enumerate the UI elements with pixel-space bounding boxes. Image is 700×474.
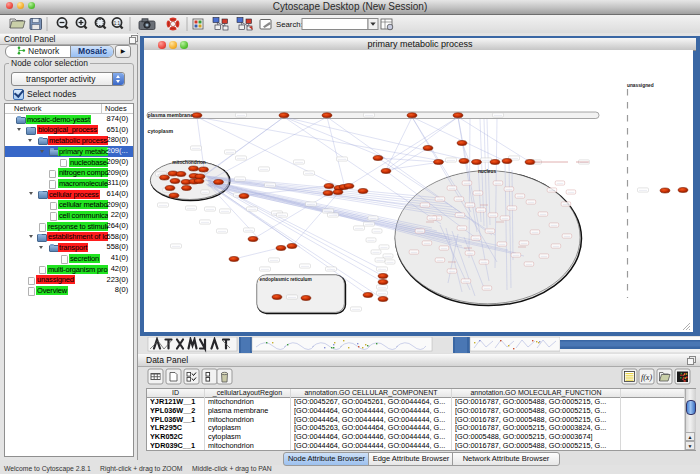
svg-text:nucleus: nucleus — [478, 169, 496, 174]
svg-text:endoplasmic reticulum: endoplasmic reticulum — [260, 277, 312, 282]
svg-text:1:1: 1:1 — [114, 21, 121, 26]
svg-text:cytoplasm: cytoplasm — [148, 128, 174, 134]
svg-text:unassigned: unassigned — [627, 83, 654, 88]
svg-text:f(x): f(x) — [641, 373, 652, 382]
svg-text:plasma membrane: plasma membrane — [148, 112, 194, 118]
svg-text:mitochondrion: mitochondrion — [172, 160, 206, 165]
svg-text:Search:: Search: — [276, 20, 303, 29]
